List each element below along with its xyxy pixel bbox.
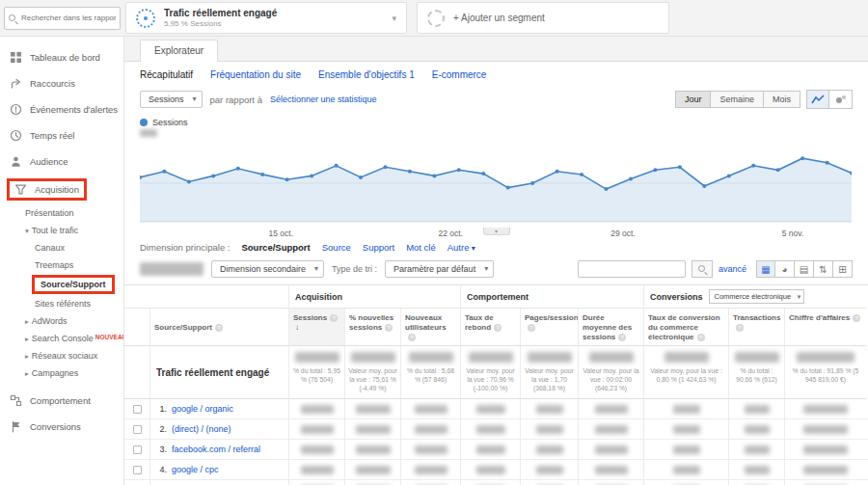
vs-label: par rapport à xyxy=(210,94,262,105)
row-source-link[interactable]: google / cpc xyxy=(172,465,219,474)
summary-revenue: % du total : 91,89 % (5 945 819,00 €) xyxy=(784,346,866,399)
sidebar-item-treemaps[interactable]: Treemaps xyxy=(0,256,123,274)
pivot-view-icon[interactable]: ⊞ xyxy=(833,260,853,278)
main-content: Explorateur Récapitulatif Fréquentation … xyxy=(124,37,868,485)
column-header-source-medium[interactable]: Source/Support xyxy=(149,309,288,346)
segment-icon xyxy=(136,9,155,28)
granularity-week-button[interactable]: Semaine xyxy=(711,91,764,108)
dimension-medium[interactable]: Support xyxy=(363,242,394,253)
subtab-site-usage[interactable]: Fréquentation du site xyxy=(210,69,301,80)
column-header-pages-session[interactable]: Pages/session xyxy=(520,309,578,346)
blurred-value xyxy=(665,352,709,363)
help-icon[interactable] xyxy=(215,324,223,332)
sidebar-label-audience: Audience xyxy=(30,156,68,167)
sidebar-item-channels[interactable]: Canaux xyxy=(0,239,123,256)
percentage-view-icon[interactable]: ◕ xyxy=(775,260,795,278)
conversion-goal-selector[interactable]: Commerce électronique xyxy=(709,289,805,304)
help-icon[interactable] xyxy=(853,314,860,322)
sidebar-item-dashboards[interactable]: Tableaux de bord xyxy=(0,44,123,70)
sidebar-item-acquisition[interactable]: Acquisition xyxy=(0,175,123,204)
performance-view-icon[interactable]: ▤ xyxy=(795,260,814,278)
table-search-button[interactable] xyxy=(692,260,713,278)
sidebar-item-adwords[interactable]: ▸AdWords xyxy=(0,312,123,330)
subtab-ecommerce[interactable]: E-commerce xyxy=(432,69,487,80)
sidebar-item-behavior[interactable]: Comportement xyxy=(0,388,123,414)
column-header-new-sessions[interactable]: % nouvelles sessions xyxy=(344,309,400,346)
sidebar-item-audience[interactable]: Audience xyxy=(0,148,123,175)
comparison-view-icon[interactable]: ⇅ xyxy=(814,260,833,278)
summary-bounce: Valeur moy. pour la vue : 70,96 % (-100,… xyxy=(460,346,520,399)
dimension-source[interactable]: Source xyxy=(322,242,351,253)
sidebar-label-social: Réseaux sociaux xyxy=(32,351,98,361)
add-segment-chip[interactable]: + Ajouter un segment xyxy=(417,2,669,34)
row-checkbox[interactable] xyxy=(133,405,142,414)
annotations-drawer-handle[interactable]: ▾ xyxy=(483,228,510,235)
granularity-day-button[interactable]: Jour xyxy=(675,91,712,108)
motion-chart-view-button[interactable] xyxy=(829,90,853,109)
clock-icon xyxy=(10,129,22,142)
segment-title: Trafic réellement engagé xyxy=(164,8,277,20)
sidebar-item-alert-events[interactable]: Événements d'alertes xyxy=(0,96,123,122)
row-checkbox[interactable] xyxy=(133,466,142,474)
blurred-value xyxy=(356,445,391,454)
blurred-value xyxy=(301,466,334,474)
table-row: 3.facebook.com / referral xyxy=(124,440,868,460)
sidebar-item-shortcuts[interactable]: Raccourcis xyxy=(0,70,123,96)
active-segment-chip[interactable]: Trafic réellement engagé 5,95 % Sessions… xyxy=(125,2,407,34)
sidebar-item-all-traffic[interactable]: ▾Tout le trafic xyxy=(0,222,123,239)
row-source-link[interactable]: google / organic xyxy=(172,404,233,414)
sidebar-item-referrals[interactable]: Sites référents xyxy=(0,295,123,312)
dimension-keyword[interactable]: Mot clé xyxy=(406,242,436,253)
help-icon[interactable] xyxy=(697,334,705,341)
line-chart-view-button[interactable] xyxy=(806,90,829,109)
tab-explorer[interactable]: Explorateur xyxy=(140,40,218,62)
table-row: 1.google / organic xyxy=(124,399,868,419)
column-header-transactions[interactable]: Transactions xyxy=(728,309,784,346)
conversions-label: Conversions xyxy=(650,292,703,302)
table-view-icon[interactable]: ▦ xyxy=(756,260,775,278)
row-rank: 3. xyxy=(153,445,167,454)
subtab-goal-set[interactable]: Ensemble d'objectifs 1 xyxy=(318,69,415,80)
column-header-avg-duration[interactable]: Durée moyenne des sessions xyxy=(578,309,643,346)
sidebar-item-source-medium[interactable]: Source/Support xyxy=(0,274,123,295)
dimension-source-medium[interactable]: Source/Support xyxy=(241,242,310,253)
column-header-ecom-rate[interactable]: Taux de conversion du commerce électroni… xyxy=(643,309,728,346)
select-metric-link[interactable]: Sélectionner une statistique xyxy=(270,94,377,104)
group-header-behavior: Comportement xyxy=(460,285,643,309)
sidebar-item-search-console[interactable]: ▸Search ConsoleNOUVEAU xyxy=(0,330,123,347)
secondary-dimension-selector[interactable]: Dimension secondaire xyxy=(211,260,324,278)
sort-type-selector[interactable]: Paramètre par défaut xyxy=(385,260,494,278)
help-icon[interactable] xyxy=(528,324,535,332)
sidebar-item-realtime[interactable]: Temps réel xyxy=(0,122,123,148)
help-icon[interactable] xyxy=(494,324,502,332)
advanced-filter-link[interactable]: avancé xyxy=(719,264,746,274)
table-search-input[interactable] xyxy=(578,260,686,278)
chevron-down-icon[interactable]: ▾ xyxy=(392,13,396,23)
sidebar-item-conversions[interactable]: Conversions xyxy=(0,414,123,440)
sidebar-item-social[interactable]: ▸Réseaux sociaux xyxy=(0,347,123,364)
row-rank: 1. xyxy=(153,404,167,414)
blurred-value xyxy=(803,466,848,474)
help-icon[interactable] xyxy=(385,324,393,332)
column-header-bounce-rate[interactable]: Taux de rebond xyxy=(460,309,520,346)
help-icon[interactable] xyxy=(330,314,338,322)
sidebar-item-presentation[interactable]: Présentation xyxy=(0,204,123,222)
row-checkbox[interactable] xyxy=(133,445,142,454)
subtab-summary[interactable]: Récapitulatif xyxy=(140,69,193,80)
column-header-sessions[interactable]: Sessions xyxy=(288,309,344,346)
help-icon[interactable] xyxy=(618,334,626,341)
report-search-input[interactable] xyxy=(4,7,121,30)
sidebar-item-campaigns[interactable]: ▸Campagnes xyxy=(0,364,123,382)
help-icon[interactable] xyxy=(408,334,416,341)
row-checkbox[interactable] xyxy=(133,425,142,434)
sessions-line-chart[interactable] xyxy=(140,137,852,226)
dimension-other-dropdown[interactable]: Autre xyxy=(448,242,475,253)
row-source-link[interactable]: facebook.com / referral xyxy=(172,445,260,454)
row-source-link[interactable]: (direct) / (none) xyxy=(172,424,231,434)
blurred-plot-rows-button[interactable] xyxy=(140,262,203,276)
help-icon[interactable] xyxy=(736,324,744,332)
column-header-revenue[interactable]: Chiffre d'affaires xyxy=(784,309,866,346)
column-header-new-users[interactable]: Nouveaux utilisateurs xyxy=(400,309,460,346)
granularity-month-button[interactable]: Mois xyxy=(764,91,800,108)
metric-selector[interactable]: Sessions xyxy=(140,91,203,108)
